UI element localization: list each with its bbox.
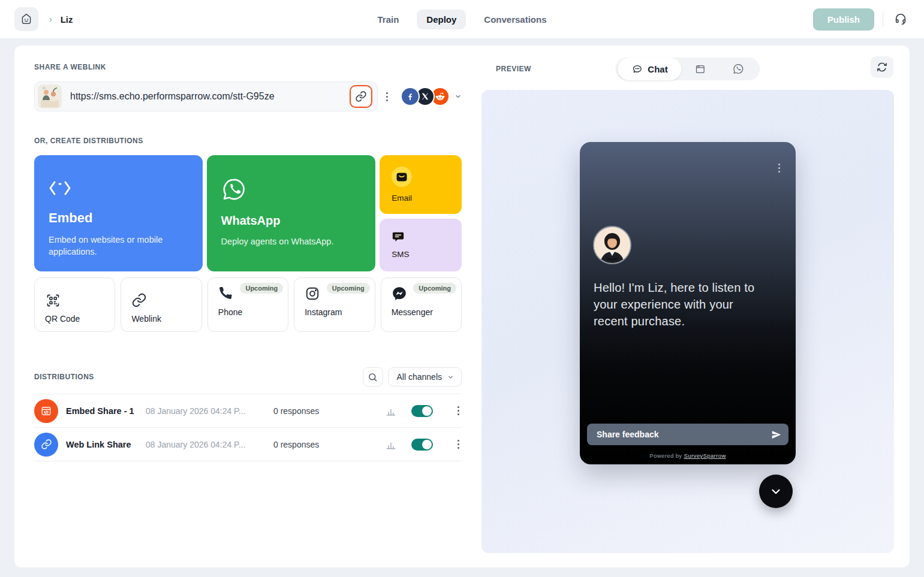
social-more-chevron[interactable] — [455, 93, 462, 100]
distribution-cards: Embed Embed on websites or mobile applic… — [34, 155, 462, 271]
distribution-toggle[interactable] — [411, 439, 433, 451]
distributions-heading: DISTRIBUTIONS — [34, 373, 94, 381]
weblink-row: https://sms.echo.performsparrow.com/stt-… — [34, 81, 462, 111]
table-row-web-link-share[interactable]: Web Link Share 08 January 2026 04:24 P..… — [34, 428, 462, 461]
feedback-input[interactable]: Share feedback — [587, 424, 788, 445]
tab-conversations[interactable]: Conversations — [474, 10, 556, 29]
breadcrumb: Liz — [61, 14, 73, 25]
preview-tab-browser[interactable] — [682, 58, 720, 80]
row-more-button[interactable] — [455, 437, 462, 451]
instagram-card[interactable]: Upcoming Instagram — [294, 277, 375, 332]
messenger-card-label: Messenger — [392, 307, 461, 317]
search-icon — [368, 372, 378, 382]
distribution-date: 08 January 2026 04:24 P... — [146, 440, 273, 449]
home-smiley-icon — [19, 12, 34, 26]
chevron-down-icon — [455, 93, 462, 100]
x-icon — [421, 92, 429, 101]
preview-tab-whatsapp[interactable] — [720, 58, 758, 80]
weblink-more-button[interactable] — [384, 90, 390, 104]
sms-card-label: SMS — [392, 250, 450, 259]
nav-tabs: Train Deploy Conversations — [368, 10, 556, 29]
whatsapp-card-title: WhatsApp — [221, 214, 362, 228]
deploy-page-card: SHARE A WEBLINK https: — [14, 46, 910, 567]
upcoming-badge: Upcoming — [413, 283, 456, 294]
kebab-icon — [386, 92, 388, 101]
deploy-left-column: SHARE A WEBLINK https: — [34, 46, 462, 461]
feedback-input-placeholder: Share feedback — [597, 430, 771, 439]
email-card-label: Email — [392, 194, 450, 203]
tab-deploy[interactable]: Deploy — [417, 10, 466, 29]
channel-filter-dropdown[interactable]: All channels — [388, 367, 462, 386]
tab-train[interactable]: Train — [368, 10, 408, 29]
nav-divider — [883, 11, 883, 27]
nav-right-actions: Publish — [813, 8, 910, 31]
preview-tab-chat[interactable]: Chat — [618, 58, 681, 80]
whatsapp-icon — [221, 177, 246, 202]
preview-header: PREVIEW Chat — [481, 46, 894, 90]
weblink-share-icon — [34, 433, 58, 457]
headset-icon — [894, 13, 907, 26]
row-more-button[interactable] — [455, 404, 462, 418]
distribution-name: Web Link Share — [66, 440, 146, 449]
embed-card-description: Embed on websites or mobile applications… — [49, 234, 188, 258]
preview-mode-switcher: Chat — [615, 58, 760, 80]
weblink-card[interactable]: Weblink — [121, 277, 201, 332]
chevron-down-icon — [769, 485, 782, 498]
facebook-share-button[interactable] — [401, 87, 420, 106]
share-weblink-heading: SHARE A WEBLINK — [34, 63, 462, 71]
phone-card[interactable]: Upcoming Phone — [207, 277, 288, 332]
kebab-icon — [778, 164, 780, 173]
distributions-table: Embed Share - 1 08 January 2026 04:24 P.… — [34, 394, 462, 461]
instagram-card-label: Instagram — [305, 307, 374, 317]
messenger-card[interactable]: Upcoming Messenger — [381, 277, 462, 332]
upcoming-badge: Upcoming — [240, 283, 283, 294]
analytics-button[interactable] — [385, 439, 398, 451]
browser-window-icon — [695, 64, 706, 75]
preview-heading: PREVIEW — [496, 65, 531, 73]
sms-card[interactable]: SMS — [380, 219, 462, 271]
chat-bubble-icon — [631, 64, 643, 75]
analytics-button[interactable] — [385, 405, 398, 417]
publish-button[interactable]: Publish — [813, 8, 874, 31]
distribution-name: Embed Share - 1 — [66, 406, 146, 416]
upcoming-badge: Upcoming — [327, 283, 370, 294]
whatsapp-card-description: Deploy agents on WhatsApp. — [221, 235, 362, 247]
email-card[interactable]: Email — [380, 155, 462, 214]
preview-tab-chat-label: Chat — [648, 64, 667, 74]
distributions-tools: All channels — [363, 367, 462, 386]
kebab-icon — [458, 406, 459, 415]
refresh-icon — [877, 62, 887, 72]
chat-menu-button[interactable] — [778, 164, 780, 173]
scroll-down-button[interactable] — [759, 475, 793, 508]
distribution-toggle[interactable] — [411, 405, 433, 417]
sms-icon — [392, 230, 405, 243]
weblink-url-text: https://sms.echo.performsparrow.com/stt-… — [70, 91, 350, 102]
send-button[interactable] — [771, 430, 781, 440]
top-navigation: › Liz Train Deploy Conversations Publish — [0, 0, 924, 38]
refresh-preview-button[interactable] — [871, 56, 893, 78]
home-button[interactable] — [14, 7, 38, 31]
embed-card-title: Embed — [49, 210, 188, 226]
bot-message: Hello! I'm Liz, here to listen to your e… — [594, 279, 760, 330]
reddit-icon — [434, 90, 446, 102]
surveysparrow-link[interactable]: SurveySparrow — [684, 452, 726, 459]
copy-link-button[interactable] — [350, 85, 372, 108]
embed-card[interactable]: Embed Embed on websites or mobile applic… — [34, 155, 203, 271]
kebab-icon — [458, 440, 459, 449]
distributions-header: DISTRIBUTIONS All channels — [34, 367, 462, 386]
whatsapp-card[interactable]: WhatsApp Deploy agents on WhatsApp. — [207, 155, 376, 271]
whatsapp-icon — [733, 63, 745, 75]
support-headset-button[interactable] — [892, 10, 910, 28]
chat-preview-card: Hello! I'm Liz, here to listen to your e… — [580, 142, 796, 464]
mini-card-column: Email SMS — [380, 155, 462, 271]
qr-code-card-label: QR Code — [45, 314, 115, 324]
weblink-thumbnail — [38, 84, 62, 108]
table-row-embed-share[interactable]: Embed Share - 1 08 January 2026 04:24 P.… — [34, 394, 462, 428]
code-icon — [49, 180, 71, 196]
search-button[interactable] — [363, 367, 383, 386]
breadcrumb-chevron-icon: › — [49, 14, 52, 24]
weblink-field[interactable]: https://sms.echo.performsparrow.com/stt-… — [34, 81, 378, 111]
bar-chart-icon — [385, 439, 397, 451]
qr-code-card[interactable]: QR Code — [34, 277, 115, 332]
facebook-icon — [405, 92, 415, 101]
